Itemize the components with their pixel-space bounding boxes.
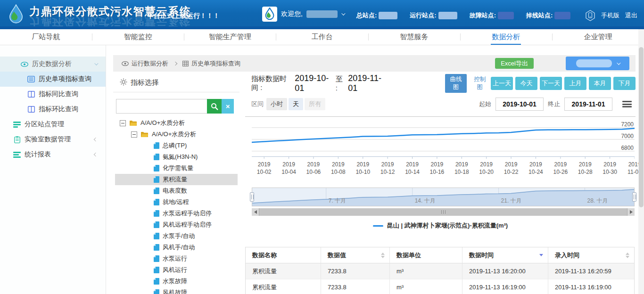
nav-item-data-analysis[interactable]: 数据分析 xyxy=(460,29,552,45)
interval-day-option[interactable]: 天 xyxy=(289,98,303,110)
tree-file-item[interactable]: 电表度数 xyxy=(115,185,238,196)
collapse-icon[interactable] xyxy=(131,131,137,138)
sidebar-item-label: 统计报表 xyxy=(25,150,51,159)
scroll-left-arrow[interactable] xyxy=(252,208,259,216)
cell-data-unit: m³ xyxy=(390,263,462,279)
x-tick-label: 201910-26 xyxy=(553,161,568,176)
bars-icon xyxy=(13,121,21,128)
line-chart[interactable]: 720070006800 201910-02201910-04201910-06… xyxy=(252,117,635,177)
sidebar-item-zone-station-mgmt[interactable]: 分区站点管理 xyxy=(0,117,106,132)
tree-folder[interactable]: A/A/O+水质分析 xyxy=(115,117,238,129)
app-logo-water-drop-icon xyxy=(8,4,25,25)
chevron-left-icon xyxy=(94,153,98,156)
col-header-data-unit[interactable]: 数据单位 xyxy=(390,247,462,263)
tree-file-item[interactable]: 水泵故障 xyxy=(115,276,238,287)
start-date-input[interactable] xyxy=(495,98,544,111)
x-tick-label: 201910-30 xyxy=(603,161,617,176)
nav-item-workbench[interactable]: 工作台 xyxy=(276,29,368,45)
tree-file-item-selected[interactable]: 累积流量 xyxy=(115,174,238,185)
sidebar-item-statistics-report[interactable]: 统计报表 xyxy=(0,147,106,162)
interval-label: 区间 xyxy=(251,100,264,108)
tree-file-item[interactable]: 总磷(TP) xyxy=(115,140,238,151)
tree-file-item[interactable]: 氨氮(H3N-N) xyxy=(115,151,238,163)
cell-entry-time: 2019-11-13 16:20:59 xyxy=(548,263,634,279)
sidebar-item-mom-query[interactable]: 指标环比查询 xyxy=(0,102,106,117)
col-header-data-value[interactable]: 数据值 xyxy=(321,247,390,263)
chart-legend[interactable]: 昆山 | 武神潭村卜家堰(示范点)-累积流量(m³) xyxy=(245,221,636,230)
navigator-left-handle[interactable] xyxy=(250,192,254,202)
tree-file-label: 水泵手/自动 xyxy=(163,232,195,240)
col-header-entry-time[interactable]: 录入时间 xyxy=(548,247,634,263)
tree-search-input[interactable] xyxy=(116,99,207,114)
tree-file-item[interactable]: 化学需氧量 xyxy=(115,163,238,174)
sort-icon[interactable] xyxy=(381,253,385,258)
next-month-button[interactable]: 下月 xyxy=(613,77,636,90)
sidebar-item-yoy-query[interactable]: 指标同比查询 xyxy=(0,87,106,102)
tree-file-item[interactable]: 风机运行 xyxy=(115,264,238,276)
prev-day-button[interactable]: 上一天 xyxy=(491,77,513,90)
tree-file-item[interactable]: 水泵远程手动启停 xyxy=(115,208,238,219)
breadcrumb-level1[interactable]: 运行数据分析 xyxy=(132,59,168,68)
table-row[interactable]: 累积流量 7233.8 m³ 2019-11-13 16:20:00 2019-… xyxy=(246,263,634,279)
chart-scrollbar[interactable] xyxy=(252,208,635,216)
chevron-down-icon xyxy=(617,61,620,65)
station-select-dropdown[interactable] xyxy=(566,57,629,70)
tree-file-item[interactable]: 水泵手/自动 xyxy=(115,230,238,242)
station-name-redacted xyxy=(576,59,612,67)
page-scrollbar-thumb[interactable] xyxy=(639,47,644,207)
table-row[interactable]: 累积流量 7233.8 m³ 2019-11-13 16:19:00 2019-… xyxy=(246,279,634,294)
navigator-right-handle[interactable] xyxy=(632,192,636,202)
next-day-button[interactable]: 下一天 xyxy=(540,77,562,90)
date-to-value: 2019-11-01 xyxy=(348,74,386,93)
nav-item-smart-monitoring[interactable]: 智能监控 xyxy=(92,29,184,45)
tree-file-item[interactable]: 风机故障 xyxy=(115,287,238,294)
prev-month-button[interactable]: 上月 xyxy=(564,77,586,90)
logout-link[interactable]: 退出 xyxy=(625,11,637,20)
control-chart-button[interactable]: 控制图 xyxy=(469,74,491,93)
sort-desc-icon[interactable] xyxy=(539,254,543,256)
interval-hour-option[interactable]: 小时 xyxy=(266,98,287,110)
breadcrumb-bar: 运行数据分析 历史单项指标查询 Excel导出 xyxy=(113,55,636,72)
collapse-icon[interactable] xyxy=(120,120,126,126)
scrollbar-thumb[interactable] xyxy=(259,208,627,216)
col-header-data-time[interactable]: 数据时间 xyxy=(462,247,548,263)
tree-file-item[interactable]: 水泵运行 xyxy=(115,253,238,264)
nav-item-smart-production[interactable]: 智能生产管理 xyxy=(184,29,276,45)
tree-file-item[interactable]: 风机手/自动 xyxy=(115,242,238,253)
sidebar-item-lab-data-mgmt[interactable]: 实验室数据管理 xyxy=(0,132,106,147)
file-icon xyxy=(154,267,159,273)
svg-text:7000: 7000 xyxy=(621,133,634,139)
x-tick-label: 201910-18 xyxy=(454,161,469,176)
chart-range-navigator[interactable]: 7. 十月14. 十月21. 十月28. 十月 xyxy=(252,188,635,206)
mobile-version-link[interactable]: 手机版 xyxy=(601,11,619,20)
tree-file-item[interactable]: 就地/远程 xyxy=(115,196,238,208)
search-button[interactable] xyxy=(207,99,222,114)
nav-item-smart-services[interactable]: 智慧服务 xyxy=(368,29,460,45)
sidebar-group-history-data[interactable]: 历史数据分析 xyxy=(0,57,106,72)
legend-line-marker xyxy=(373,225,383,227)
tree-folder[interactable]: A/A/O+水质分析 xyxy=(115,129,238,140)
chart-menu-icon[interactable] xyxy=(622,101,632,107)
excel-export-button[interactable]: Excel导出 xyxy=(495,58,534,69)
mobile-phone-hexagon-icon[interactable] xyxy=(585,10,595,21)
this-month-button[interactable]: 本月 xyxy=(589,77,611,90)
today-button[interactable]: 今天 xyxy=(515,77,537,90)
user-menu[interactable]: 欢迎您, xyxy=(262,7,344,22)
navigator-tick-label: 28. 十月 xyxy=(587,197,608,205)
sidebar-item-single-indicator-query[interactable]: 历史单项指标查询 xyxy=(0,72,106,87)
scroll-right-arrow[interactable] xyxy=(627,208,635,216)
tree-file-label: 风机远程手动启停 xyxy=(163,220,212,229)
end-date-input[interactable] xyxy=(564,98,612,111)
page-scrollbar[interactable] xyxy=(638,29,644,294)
chart-query-panel: 指标数据时间 : 2019-10-01 至 : 2019-11-01 曲线图 控… xyxy=(245,72,636,294)
curve-chart-button[interactable]: 曲线图 xyxy=(445,74,467,93)
nav-item-enterprise-mgmt[interactable]: 企业管理 xyxy=(552,29,644,45)
interval-all-option[interactable]: 所有 xyxy=(305,98,325,110)
col-header-data-name[interactable]: 数据名称 xyxy=(246,247,321,263)
chevron-left-icon xyxy=(94,138,98,141)
clear-search-button[interactable]: × xyxy=(222,99,234,114)
tree-file-item[interactable]: 风机远程手动启停 xyxy=(115,219,238,230)
sort-icon[interactable] xyxy=(626,253,629,258)
nav-item-plant-navigation[interactable]: 厂站导航 xyxy=(0,29,92,45)
svg-text:7200: 7200 xyxy=(621,121,634,128)
